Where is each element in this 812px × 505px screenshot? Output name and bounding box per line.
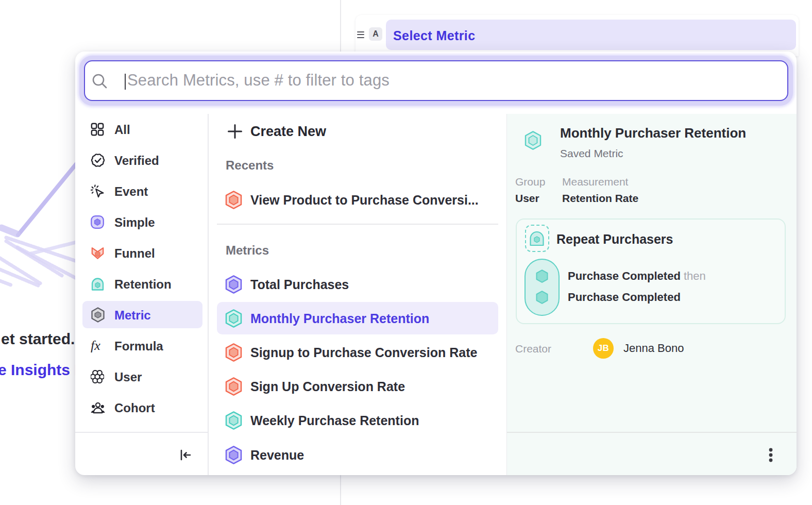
svg-text:fx: fx <box>91 339 100 353</box>
